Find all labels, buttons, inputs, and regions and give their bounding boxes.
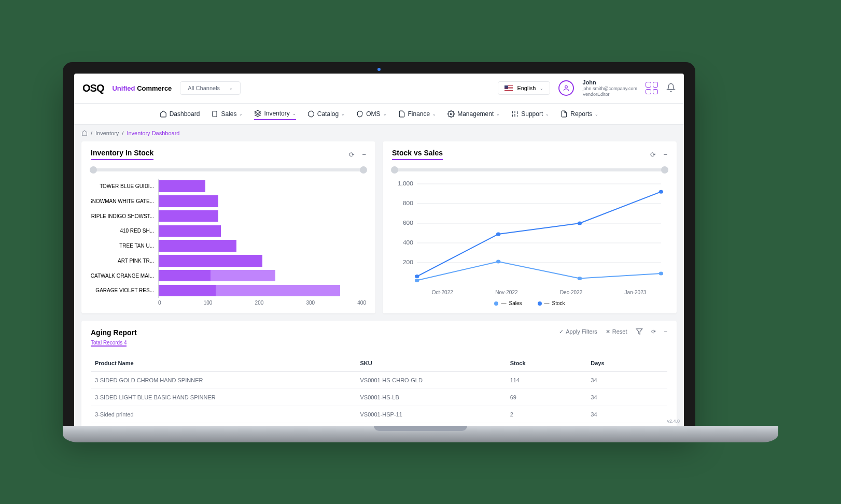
reset-button[interactable]: ✕ Reset xyxy=(606,328,627,335)
svg-text:600: 600 xyxy=(403,220,413,226)
minimize-icon[interactable]: − xyxy=(663,151,667,159)
range-slider[interactable] xyxy=(93,168,364,171)
svg-text:200: 200 xyxy=(403,260,413,265)
inventory-in-stock-card: Inventory In Stock ⟳ − TO xyxy=(81,141,375,313)
language-select[interactable]: English ⌄ xyxy=(498,81,550,95)
range-slider[interactable] xyxy=(394,168,665,171)
brand-text: Unified Commerce xyxy=(112,84,172,92)
bar-label: CATWALK ORANGE MAI... xyxy=(91,268,158,283)
col-sku: SKU xyxy=(356,355,506,372)
svg-point-24 xyxy=(415,275,419,278)
flag-us-icon xyxy=(504,85,513,91)
bar-label: TREE TAN U... xyxy=(91,238,158,253)
refresh-icon[interactable]: ⟳ xyxy=(349,151,355,159)
nav-support[interactable]: Support⌄ xyxy=(511,108,549,120)
table-row[interactable]: 3-SIDED LIGHT BLUE BASIC HAND SPINNERVS0… xyxy=(91,389,667,406)
nav-management[interactable]: Management⌄ xyxy=(447,108,500,120)
nav-dashboard[interactable]: Dashboard xyxy=(160,108,200,120)
version-label: v2.4.0 xyxy=(667,419,680,424)
breadcrumb: / Inventory / Inventory Dashboard xyxy=(81,130,677,136)
camera-dot xyxy=(377,68,381,71)
col-stock: Stock xyxy=(506,355,587,372)
apply-filters-button[interactable]: ✓ Apply Filters xyxy=(559,328,597,335)
chevron-down-icon: ⌄ xyxy=(595,112,598,117)
aging-report-card: Aging Report Total Records 4 ✓ Apply Fil… xyxy=(81,321,677,425)
refresh-icon[interactable]: ⟳ xyxy=(651,328,656,335)
breadcrumb-inventory[interactable]: Inventory xyxy=(95,130,119,136)
nav-reports[interactable]: Reports⌄ xyxy=(560,108,598,120)
laptop-frame: OSQ Unified Commerce All Channels ⌄ Engl… xyxy=(63,62,695,426)
svg-text:800: 800 xyxy=(403,200,413,206)
card-title: Stock vs Sales xyxy=(392,149,443,160)
file-icon xyxy=(398,110,405,118)
svg-marker-2 xyxy=(255,110,261,113)
logo: OSQ xyxy=(82,82,104,94)
bar-row xyxy=(159,223,366,238)
svg-marker-28 xyxy=(636,329,642,335)
card-title: Inventory In Stock xyxy=(91,149,153,160)
bar-row xyxy=(159,209,366,224)
nav-sales[interactable]: Sales⌄ xyxy=(211,108,243,120)
nav-inventory[interactable]: Inventory⌄ xyxy=(254,108,296,120)
bar-label: 410 RED SH... xyxy=(91,223,158,238)
bell-icon[interactable] xyxy=(666,83,676,94)
bar-row xyxy=(159,283,366,298)
bar-label: SNOWMAN WHITE GATE... xyxy=(91,194,158,209)
avatar[interactable] xyxy=(558,80,574,96)
chevron-down-icon: ⌄ xyxy=(239,112,243,117)
home-icon xyxy=(160,110,167,118)
stock-sales-line-chart: 2004006008001,000 Oct-2022Nov-2022Dec-20… xyxy=(392,179,667,306)
chevron-down-icon: ⌄ xyxy=(292,111,296,116)
document-icon xyxy=(560,110,568,118)
total-records: Total Records 4 xyxy=(91,340,127,347)
table-row[interactable]: 3-SIDED GOLD CHROM HAND SPINNERVS0001-HS… xyxy=(91,372,667,389)
bar-row xyxy=(159,268,366,283)
svg-point-27 xyxy=(659,190,663,194)
legend-sales: —Sales xyxy=(494,300,522,306)
content: / Inventory / Inventory Dashboard Invent… xyxy=(74,125,684,425)
nav-catalog[interactable]: Catalog⌄ xyxy=(307,108,345,120)
svg-point-0 xyxy=(565,86,568,89)
clipboard-icon xyxy=(211,110,218,118)
main-nav: Dashboard Sales⌄ Inventory⌄ Catalog⌄ OMS… xyxy=(74,104,684,125)
svg-point-25 xyxy=(496,233,500,236)
bar-row xyxy=(159,179,366,194)
bar-row xyxy=(159,194,366,209)
refresh-icon[interactable]: ⟳ xyxy=(650,151,656,159)
inventory-bar-chart: TOWER BLUE GUIDI...SNOWMAN WHITE GATE...… xyxy=(91,179,366,306)
aging-report-table: Product Name SKU Stock Days 3-SIDED GOLD… xyxy=(91,355,667,423)
chevron-down-icon: ⌄ xyxy=(229,86,233,91)
nav-oms[interactable]: OMS⌄ xyxy=(356,108,386,120)
filter-icon[interactable] xyxy=(636,328,643,335)
screen: OSQ Unified Commerce All Channels ⌄ Engl… xyxy=(74,74,684,426)
col-product: Product Name xyxy=(91,355,356,372)
bar-row xyxy=(159,253,366,268)
channel-select[interactable]: All Channels ⌄ xyxy=(180,81,241,95)
bar-row xyxy=(159,238,366,253)
gear-icon xyxy=(447,110,455,118)
minimize-icon[interactable]: − xyxy=(664,328,667,335)
svg-point-22 xyxy=(578,277,582,280)
topbar: OSQ Unified Commerce All Channels ⌄ Engl… xyxy=(74,74,684,104)
sliders-icon xyxy=(511,110,518,118)
chevron-down-icon: ⌄ xyxy=(540,86,543,91)
home-icon[interactable] xyxy=(81,130,88,136)
svg-text:1,000: 1,000 xyxy=(398,181,413,186)
bar-label: TRIPLE INDIGO SHOWST... xyxy=(91,209,158,224)
chevron-down-icon: ⌄ xyxy=(383,112,387,117)
chevron-down-icon: ⌄ xyxy=(341,112,345,117)
chevron-down-icon: ⌄ xyxy=(545,112,549,117)
stock-vs-sales-card: Stock vs Sales ⟳ − 200400 xyxy=(383,141,677,313)
col-days: Days xyxy=(586,355,667,372)
chevron-down-icon: ⌄ xyxy=(432,112,436,117)
svg-point-23 xyxy=(659,272,663,276)
box-icon xyxy=(307,110,315,118)
table-row[interactable]: 3-Sided printedVS0001-HSP-11234 xyxy=(91,406,667,423)
svg-text:400: 400 xyxy=(403,240,413,246)
apps-icon[interactable] xyxy=(646,82,658,94)
card-title: Aging Report xyxy=(91,328,137,337)
nav-finance[interactable]: Finance⌄ xyxy=(398,108,437,120)
bar-label: ART PINK TR... xyxy=(91,253,158,268)
minimize-icon[interactable]: − xyxy=(362,151,366,159)
chevron-down-icon: ⌄ xyxy=(496,112,500,117)
